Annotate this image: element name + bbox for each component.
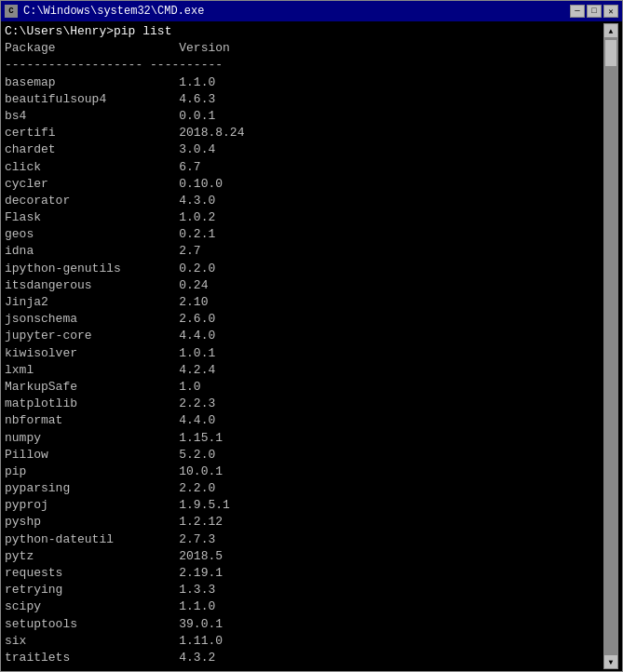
- terminal-line: decorator 4.3.0: [5, 193, 603, 209]
- scrollbar[interactable]: ▲ ▼: [603, 23, 618, 669]
- close-button[interactable]: ✕: [603, 5, 618, 18]
- terminal-line: pyshp 1.2.12: [5, 514, 603, 531]
- terminal-line: basemap 1.1.0: [5, 74, 603, 91]
- terminal-line: nbformat 4.4.0: [5, 412, 603, 429]
- terminal-line: pyparsing 2.2.0: [5, 480, 603, 497]
- terminal-line: setuptools 39.0.1: [5, 616, 603, 633]
- terminal-line: idna 2.7: [5, 243, 603, 260]
- terminal-line: ------------------- ----------: [5, 57, 603, 74]
- terminal-line: ipython-genutils 0.2.0: [5, 261, 603, 277]
- terminal-line: MarkupSafe 1.0: [5, 379, 603, 396]
- terminal-line: beautifulsoup4 4.6.3: [5, 91, 603, 108]
- cmd-window: C C:\Windows\system32\CMD.exe ─ □ ✕ C:\U…: [0, 0, 623, 672]
- terminal-line: pyproj 1.9.5.1: [5, 497, 603, 514]
- title-bar-left: C C:\Windows\system32\CMD.exe: [5, 5, 204, 18]
- scrollbar-track[interactable]: [603, 38, 618, 654]
- terminal-line: Flask 1.0.2: [5, 209, 603, 226]
- terminal-line: click 6.7: [5, 159, 603, 176]
- cmd-icon: C: [5, 5, 18, 18]
- terminal-line: lxml 4.2.4: [5, 362, 603, 379]
- terminal-line: numpy 1.15.1: [5, 430, 603, 447]
- terminal-line: bs4 0.0.1: [5, 108, 603, 125]
- terminal-line: certifi 2018.8.24: [5, 125, 603, 141]
- terminal-line: Package Version: [5, 40, 603, 57]
- maximize-button[interactable]: □: [587, 5, 602, 18]
- terminal-line: jsonschema 2.6.0: [5, 311, 603, 328]
- terminal-line: six 1.11.0: [5, 633, 603, 650]
- title-bar: C C:\Windows\system32\CMD.exe ─ □ ✕: [1, 1, 622, 21]
- terminal-line: kiwisolver 1.0.1: [5, 345, 603, 362]
- terminal-line: Jinja2 2.10: [5, 294, 603, 311]
- terminal-line: itsdangerous 0.24: [5, 277, 603, 294]
- title-bar-buttons: ─ □ ✕: [570, 5, 618, 18]
- terminal-line: geos 0.2.1: [5, 226, 603, 243]
- scroll-up-arrow[interactable]: ▲: [603, 23, 618, 38]
- terminal-line: C:\Users\Henry>pip list: [5, 23, 603, 40]
- terminal-line: matplotlib 2.2.3: [5, 396, 603, 412]
- window-title: C:\Windows\system32\CMD.exe: [23, 5, 204, 18]
- terminal-line: retrying 1.3.3: [5, 582, 603, 598]
- terminal-line: chardet 3.0.4: [5, 141, 603, 158]
- scrollbar-thumb[interactable]: [604, 39, 617, 67]
- terminal-line: requests 2.19.1: [5, 565, 603, 582]
- terminal-line: python-dateutil 2.7.3: [5, 531, 603, 548]
- terminal-line: cycler 0.10.0: [5, 176, 603, 193]
- terminal-line: pytz 2018.5: [5, 548, 603, 565]
- scroll-down-arrow[interactable]: ▼: [603, 654, 618, 669]
- terminal-line: traitlets 4.3.2: [5, 650, 603, 666]
- terminal-content: C:\Users\Henry>pip listPackage Version--…: [5, 23, 603, 669]
- terminal-body: C:\Users\Henry>pip listPackage Version--…: [1, 21, 622, 671]
- terminal-line: Pillow 5.2.0: [5, 447, 603, 464]
- terminal-line: urllib3 1.23: [5, 666, 603, 669]
- minimize-button[interactable]: ─: [570, 5, 585, 18]
- terminal-line: scipy 1.1.0: [5, 598, 603, 615]
- terminal-line: pip 10.0.1: [5, 464, 603, 480]
- terminal-line: jupyter-core 4.4.0: [5, 328, 603, 344]
